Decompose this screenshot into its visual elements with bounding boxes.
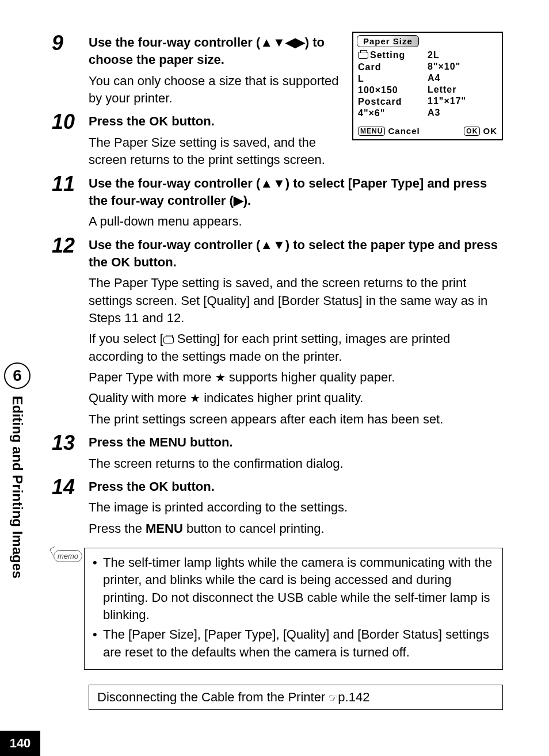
page-number: 140: [0, 731, 40, 756]
menu-label: MENU: [146, 521, 183, 536]
section-title: Editing and Printing Images: [9, 396, 25, 578]
step-number: 9: [52, 32, 89, 107]
step-10: 10 Press the OK button. The Paper Size s…: [52, 110, 342, 169]
step-heading-text: Press the: [89, 479, 149, 494]
lcd-paper-size-screen: Paper Size Setting Card L 100×150 Postca…: [352, 32, 503, 140]
ok-label: OK: [149, 479, 168, 494]
ok-button-icon: OK: [464, 127, 480, 136]
step-description: supports higher quality paper.: [226, 370, 395, 384]
printer-icon: [163, 337, 174, 343]
lcd-option: 4"×6": [358, 108, 428, 119]
step-description: Paper Type with more: [89, 370, 215, 384]
page-content: Paper Size Setting Card L 100×150 Postca…: [52, 32, 503, 710]
step-heading-text: Use the four-way controller (: [89, 238, 260, 252]
step-heading-text: button.: [168, 479, 215, 494]
memo-section: memo The self-timer lamp lights while th…: [52, 548, 503, 670]
section-number: 6: [4, 362, 30, 389]
step-description: Quality with more: [89, 391, 190, 405]
printer-icon: [358, 52, 368, 59]
step-number: 10: [52, 110, 89, 169]
step-heading-text: Press the: [89, 114, 149, 128]
manual-page: 6 Editing and Printing Images 140 Paper …: [0, 0, 549, 756]
step-heading-text: Press the MENU button.: [89, 434, 503, 451]
step-description: Press the: [89, 521, 146, 536]
arrow-icons: ▲▼: [260, 176, 285, 190]
step-description: The print settings screen appears after …: [89, 411, 503, 428]
memo-box: The self-timer lamp lights while the cam…: [84, 548, 503, 670]
lcd-ok-label: OK: [483, 126, 498, 136]
lcd-option: 2L: [428, 49, 497, 61]
lcd-footer: MENU Cancel OK OK: [353, 123, 502, 139]
lcd-option: A3: [428, 107, 497, 119]
step-heading-text: button.: [130, 255, 177, 269]
step-description: The Paper Size setting is saved, and the…: [89, 134, 342, 169]
step-number: 12: [52, 234, 89, 429]
step-description: You can only choose a size that is suppo…: [89, 72, 342, 108]
arrow-icons: ▲▼: [260, 238, 285, 252]
lcd-right-column: 2L 8"×10" A4 Letter 11"×17" A3: [428, 49, 497, 119]
step-number: 13: [52, 432, 89, 472]
lcd-option: Setting: [370, 50, 405, 60]
pointer-icon: ☞: [329, 692, 338, 704]
arrow-icons: ▲▼◀▶: [260, 35, 305, 49]
step-heading-text: button.: [168, 114, 215, 128]
cross-reference-box: Disconnecting the Cable from the Printer…: [89, 685, 503, 710]
lcd-left-column: Setting Card L 100×150 Postcard 4"×6": [358, 49, 428, 119]
ok-label: OK: [111, 255, 130, 269]
step-description: The screen returns to the confirmation d…: [89, 455, 503, 472]
step-number: 11: [52, 173, 89, 231]
step-description: If you select [: [89, 331, 163, 346]
ok-label: OK: [149, 114, 168, 128]
lcd-option: 8"×10": [428, 61, 497, 72]
menu-button-icon: MENU: [358, 127, 385, 136]
step-12: 12 Use the four-way controller (▲▼) to s…: [52, 234, 503, 429]
lcd-option: L: [358, 73, 428, 85]
step-13: 13 Press the MENU button. The screen ret…: [52, 432, 503, 472]
arrow-icons: ▶: [234, 193, 243, 208]
lcd-option: Card: [358, 62, 428, 73]
step-9: 9 Use the four-way controller (▲▼◀▶) to …: [52, 32, 342, 107]
step-heading-text: ).: [243, 193, 251, 208]
lcd-option: A4: [428, 72, 497, 84]
step-description: The Paper Type setting is saved, and the…: [89, 274, 503, 327]
star-icon: ★: [215, 371, 226, 384]
step-heading-text: Use the four-way controller: [89, 35, 256, 49]
reference-text: Disconnecting the Cable from the Printer: [97, 690, 329, 704]
step-description: indicates higher print quality.: [200, 391, 363, 405]
star-icon: ★: [190, 392, 200, 404]
lcd-option: Postcard: [358, 96, 428, 108]
memo-icon: memo: [54, 550, 82, 562]
step-11: 11 Use the four-way controller (▲▼) to s…: [52, 173, 503, 231]
lcd-cancel-label: Cancel: [388, 126, 420, 136]
step-number: 14: [52, 476, 89, 537]
step-description: A pull-down menu appears.: [89, 213, 503, 230]
step-14: 14 Press the OK button. The image is pri…: [52, 476, 503, 537]
section-tab: 6 Editing and Printing Images: [0, 362, 35, 581]
reference-page: p.142: [338, 690, 369, 704]
step-description: button to cancel printing.: [183, 521, 325, 536]
lcd-option: 100×150: [358, 85, 428, 96]
lcd-option: 11"×17": [428, 96, 497, 107]
lcd-title: Paper Size: [357, 35, 419, 47]
memo-item: The self-timer lamp lights while the cam…: [93, 554, 494, 624]
memo-item: The [Paper Size], [Paper Type], [Quality…: [93, 626, 494, 661]
step-description: The image is printed according to the se…: [89, 499, 503, 516]
step-heading-text: Use the four-way controller (: [89, 176, 260, 190]
lcd-option: Letter: [428, 84, 497, 96]
